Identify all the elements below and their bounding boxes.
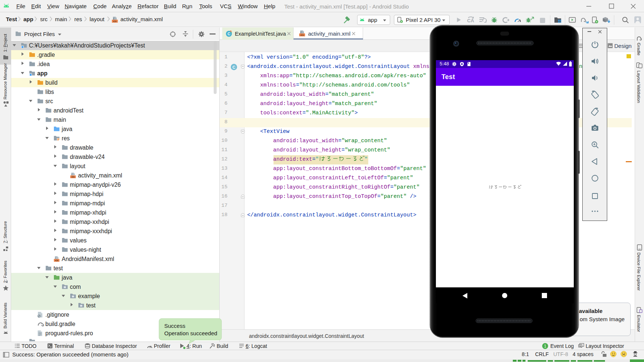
svg-text:<>: <> bbox=[71, 176, 74, 179]
svg-text:CA: CA bbox=[467, 18, 474, 23]
svg-text:C: C bbox=[233, 65, 236, 69]
svg-text:<>: <> bbox=[113, 20, 117, 23]
svg-text:<>: <> bbox=[55, 259, 58, 262]
svg-text:C: C bbox=[227, 32, 230, 36]
svg-text:<>: <> bbox=[301, 33, 304, 37]
